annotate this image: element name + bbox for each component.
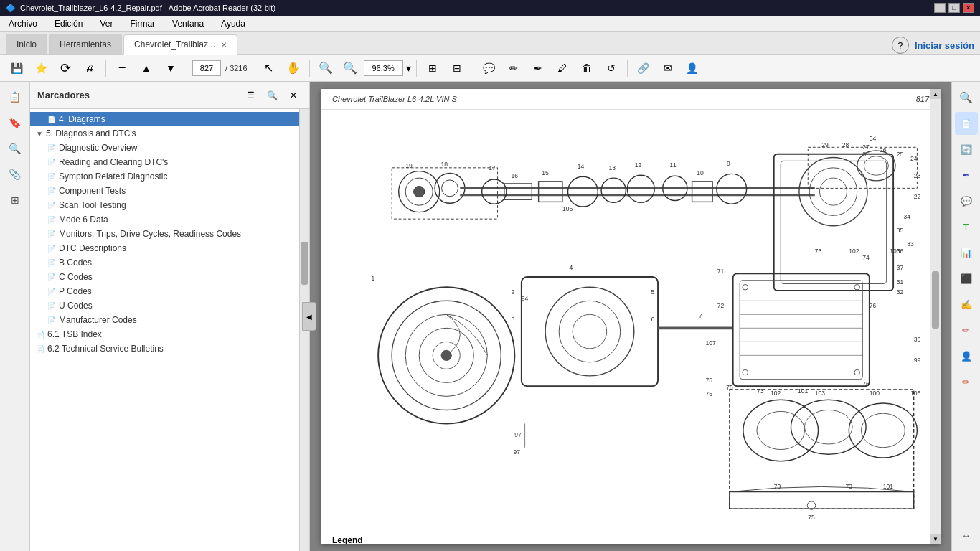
pdf-scrollbar[interactable]: ▲ ▼ [930,89,941,544]
pdf-header-left: Chevrolet TrailBlazer L6-4.2L VIN S [332,95,457,103]
bookmark-item-14[interactable]: 📄Manufacturer Codes [30,313,309,327]
pdf-page-header: Chevrolet TrailBlazer L6-4.2L VIN S 817 [321,89,941,110]
bookmark-item-3[interactable]: 📄Reading and Clearing DTC's [30,155,309,169]
pdf-scroll-thumb[interactable] [932,271,939,329]
svg-text:73: 73 [774,483,781,490]
menu-archivo[interactable]: Archivo [4,17,42,30]
panel-close-button[interactable]: ✕ [285,88,302,103]
bookmark-item-9[interactable]: 📄DTC Descriptions [30,241,309,255]
minimize-button[interactable]: _ [934,3,946,13]
bookmark-item-2[interactable]: 📄Diagnostic Overview [30,141,309,155]
bookmark-item-8[interactable]: 📄Monitors, Trips, Drive Cycles, Readines… [30,227,309,241]
search-tool[interactable]: 🔍 [4,138,26,159]
sidebar-fit-button[interactable]: 📄 [955,112,978,135]
svg-text:74: 74 [862,254,870,261]
pdf-scroll-down[interactable]: ▼ [930,534,941,544]
bookmark-tool[interactable]: 🔖 [4,112,26,133]
back-button[interactable]: ⟳ [55,58,76,78]
bookmark-item-0[interactable]: 📄4. Diagrams [30,112,309,126]
sidebar-annotate-button[interactable]: ✒ [955,164,978,187]
pdf-scroll-up[interactable]: ▲ [930,89,941,99]
bookmark-item-10[interactable]: 📄B Codes [30,255,309,270]
tab-close-icon[interactable]: ✕ [221,41,227,49]
menu-ver[interactable]: Ver [95,17,117,30]
hand-tool[interactable]: ✋ [283,58,304,78]
bookmark-item-4[interactable]: 📄Sympton Related Diagnostic [30,169,309,184]
sidebar-comment-button[interactable]: 💬 [955,189,978,212]
bookmark-item-1[interactable]: ▼5. Diagnosis and DTC's [30,126,309,141]
bookmark-icon-9: 📄 [47,245,56,253]
bookmark-item-11[interactable]: 📄C Codes [30,270,309,284]
panel-options-button[interactable]: ☰ [242,88,259,103]
fit-width-button[interactable]: ⊞ [422,58,443,78]
bookmark-item-12[interactable]: 📄P Codes [30,284,309,298]
bookmark-item-6[interactable]: 📄Scan Tool Testing [30,198,309,212]
menu-ventana[interactable]: Ventana [168,17,208,30]
help-button[interactable]: ? [892,37,909,54]
zoom-plus-button[interactable]: 🔍 [339,58,361,78]
sidebar-translate-button[interactable]: T [955,215,978,238]
stamp-button[interactable]: 🖊 [552,58,573,78]
panel-controls: ☰ 🔍 ✕ [242,88,302,103]
bookmark-add-button[interactable]: ⭐ [30,58,52,78]
page-number-input[interactable] [192,60,221,76]
sidebar-rotate-button[interactable]: 🔄 [955,138,978,161]
sidebar-share-button[interactable]: ✏ [955,370,978,393]
layers-tool[interactable]: ⊞ [4,189,26,211]
sidebar-sign-button[interactable]: ✍ [955,293,978,316]
panel-search-button[interactable]: 🔍 [263,88,281,103]
menu-edicion[interactable]: Edición [50,17,87,30]
rotate-button[interactable]: ↺ [600,58,622,78]
zoom-out-button[interactable]: − [111,58,133,78]
attachment-tool[interactable]: 📎 [4,164,26,185]
delete-button[interactable]: 🗑 [576,58,598,78]
pointer-tool[interactable]: ↖ [258,58,280,78]
user-button[interactable]: 👤 [682,58,703,78]
toolbar: 💾 ⭐ ⟳ 🖨 − ▲ ▼ / 3216 ↖ ✋ 🔍 🔍 ▾ ⊞ ⊟ 💬 ✏ ✒… [0,55,980,82]
maximize-button[interactable]: □ [948,3,960,13]
tab-herramientas[interactable]: Herramientas [49,34,122,54]
bookmark-item-16[interactable]: 📄6.2 Technical Service Bulletins [30,342,309,356]
highlight-button[interactable]: ✒ [527,58,549,78]
zoom-minus-button[interactable]: 🔍 [315,58,336,78]
email-button[interactable]: ✉ [657,58,679,78]
bookmark-item-5[interactable]: 📄Component Tests [30,184,309,198]
pen-button[interactable]: ✏ [503,58,524,78]
sidebar-stamp-button[interactable]: ✏ [955,319,978,342]
prev-page-button[interactable]: ▲ [136,58,157,78]
comment-button[interactable]: 💬 [479,58,500,78]
window-title: Chevrolet_Trailblazer_L6-4.2_Repair.pdf … [20,4,275,12]
menu-firmar[interactable]: Firmar [126,17,159,30]
svg-text:25: 25 [897,151,904,158]
sidebar-nav-button[interactable]: ↔ [955,524,978,547]
bookmark-item-15[interactable]: 📄6.1 TSB Index [30,327,309,342]
panel-collapse-button[interactable]: ◀ [302,302,316,331]
login-button[interactable]: Iniciar sesión [915,40,974,51]
sidebar-users-button[interactable]: 👤 [955,344,978,367]
next-page-button[interactable]: ▼ [160,58,182,78]
bookmark-icon-13: 📄 [47,302,56,310]
bookmark-text-8: Monitors, Trips, Drive Cycles, Readiness… [59,229,241,239]
sidebar-export-button[interactable]: 📊 [955,241,978,264]
bookmark-text-14: Manufacturer Codes [59,315,137,325]
print-button[interactable]: 🖨 [79,58,100,78]
bookmarks-scroll-thumb[interactable] [301,242,308,285]
menu-ayuda[interactable]: Ayuda [217,17,250,30]
bookmark-item-13[interactable]: 📄U Codes [30,298,309,313]
save-button[interactable]: 💾 [6,58,27,78]
bookmark-icon-16: 📄 [36,345,44,353]
zoom-dropdown-icon[interactable]: ▾ [406,62,411,74]
close-button[interactable]: ✕ [963,3,974,13]
main-area: 📋 🔖 🔍 📎 ⊞ Marcadores ☰ 🔍 ✕ 📄4. Diagrams▼… [0,82,980,551]
bookmark-text-15: 6.1 TSB Index [47,329,102,339]
link-button[interactable]: 🔗 [633,58,654,78]
zoom-input[interactable] [364,60,403,76]
tab-document[interactable]: Chevrolet_Trailblaz... ✕ [123,34,237,55]
sidebar-redact-button[interactable]: ⬛ [955,267,978,290]
svg-text:32: 32 [897,288,904,296]
fit-page-button[interactable]: ⊟ [446,58,468,78]
page-thumbnail-tool[interactable]: 📋 [4,86,26,108]
tab-inicio[interactable]: Inicio [6,34,47,54]
bookmark-item-7[interactable]: 📄Mode 6 Data [30,212,309,227]
sidebar-zoom-button[interactable]: 🔍 [955,86,978,109]
